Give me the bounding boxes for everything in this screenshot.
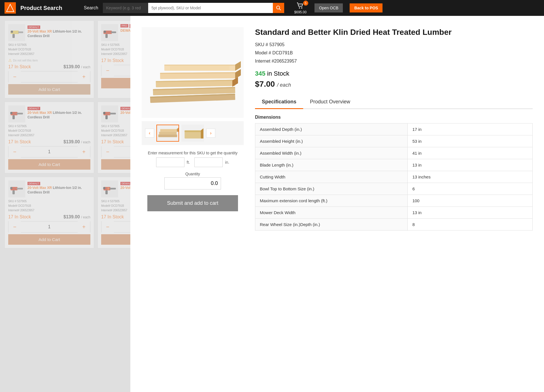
svg-rect-29 [105,190,108,194]
main-container: DEWALT 20-Volt Max XR Lithium-Ion 1/2 in… [0,16,544,392]
add-to-cart-button[interactable]: Add to Cart [101,159,130,170]
cart-price: $695.00 [294,10,307,14]
quantity-control: − + [101,221,130,233]
product-warning: ⚠ Do not sell this item [8,58,90,63]
search-label: Search [84,5,98,10]
product-name: 20-Volt Max 1/2 in. Co [120,186,130,190]
ft-unit: ft. [187,157,190,167]
spec-row: Maximum extension cord length (ft.)100 [255,195,533,206]
spec-name: Mower Deck Width [255,206,408,218]
svg-rect-12 [111,31,116,33]
product-image [8,180,25,197]
product-images: ‹ [142,27,244,381]
spec-name: Bowl Top to Bottom Size (in.) [255,183,408,195]
search-input[interactable] [148,3,273,13]
svg-rect-24 [17,188,23,189]
qty-input[interactable] [21,224,78,229]
tab-specifications[interactable]: Specifications [255,95,303,109]
thumbnail-1[interactable] [156,125,179,142]
open-ocb-button[interactable]: Open OCB [314,3,343,12]
qty-input[interactable] [21,149,78,154]
home-depot-logo [5,2,16,14]
svg-point-6 [301,7,302,8]
spec-row: Cutting Width13 inches [255,171,533,183]
submit-add-to-cart-button[interactable]: Submit and add to cart [147,195,238,211]
header: Product Search Search 5 $695.00 Open OCB… [0,0,544,16]
carousel-next-button[interactable]: › [206,129,215,138]
stock-status: 17 In Stock [8,139,31,144]
add-to-cart-button[interactable]: Add to Cart [101,234,130,245]
feet-input[interactable] [156,157,184,167]
product-price: $139.00 / each [63,214,90,220]
product-image [101,105,118,122]
thumbnail-2[interactable] [181,125,204,142]
svg-rect-54 [185,131,201,132]
tab-product-overview[interactable]: Product Overview [303,95,357,109]
qty-minus-button[interactable]: − [101,65,114,76]
cart-area[interactable]: 5 $695.00 [294,2,307,14]
product-image [8,24,25,41]
stock-info: 345 in Stock [255,70,533,77]
add-to-cart-button[interactable]: Add to Cart [101,78,130,88]
svg-rect-20 [110,113,116,114]
qty-input[interactable] [114,149,130,154]
spec-value: 13 inches [408,171,533,183]
qty-minus-button[interactable]: − [101,221,114,233]
quantity-control: − + [101,146,130,157]
list-item: DEWALT 20-Volt Max 1/2 in. Co SKU # 5379… [97,102,130,173]
search-button[interactable] [273,3,284,13]
spec-name: Blade Length (in.) [255,159,408,171]
add-to-cart-button[interactable]: Add to Cart [8,234,90,245]
svg-point-10 [11,31,13,33]
product-meta: SKU # 537905Model# DCD791BInternet# 2065… [101,43,130,56]
spec-row: Assembled Width (in.)41 in [255,147,533,159]
svg-rect-25 [12,190,15,194]
spec-row: Blade Length (in.)13 in [255,159,533,171]
list-item: DEWALT 20-Volt Max XR Lithium-Ion 1/2 in… [5,177,94,248]
svg-line-4 [279,9,281,10]
back-to-pos-button[interactable]: Back to POS [350,3,382,12]
product-image [101,24,118,41]
product-info-panel: Standard and Better Klin Dried Heat Trea… [255,27,533,381]
spec-value: 100 [408,195,533,206]
add-to-cart-button[interactable]: Add to Cart [8,84,90,95]
qty-plus-button[interactable]: + [78,221,90,233]
qty-minus-button[interactable]: − [8,71,21,82]
quantity-input[interactable] [164,177,221,189]
qty-plus-button[interactable]: + [78,71,90,82]
svg-rect-13 [105,34,108,38]
qty-minus-button[interactable]: − [8,221,21,233]
product-name: DEWALT 20-Volt Max 1/2 in. Co [120,29,130,33]
qty-plus-button[interactable]: + [78,146,90,157]
qty-minus-button[interactable]: − [8,146,21,157]
qty-minus-button[interactable]: − [101,146,114,157]
quantity-control: − + [8,221,90,233]
inches-input[interactable] [194,157,223,167]
product-brand: DEWALT [120,182,130,185]
svg-rect-28 [110,188,116,189]
quantity-label: Quantity [142,172,244,176]
keyword-input[interactable] [103,3,148,13]
dimensions-title: Dimensions [255,115,533,120]
qty-input[interactable] [21,74,78,79]
svg-rect-31 [108,188,109,190]
warning-icon: ⚠ [8,58,12,63]
product-brand: DEWALT [120,107,130,110]
product-name: 20-Volt Max 1/2 in. Co [120,111,130,115]
spec-name: Assembled Depth (in.) [255,123,408,135]
svg-point-5 [299,7,300,8]
spec-name: Assembled Height (in.) [255,135,408,147]
search-area [103,3,284,13]
thumbnail-carousel: ‹ [142,121,244,145]
qty-input[interactable] [114,68,130,73]
quantity-control: − + [8,146,90,157]
product-sku: SKU # 537905 Model # DCD791B Internet #2… [255,41,533,65]
product-image [101,180,118,197]
qty-input[interactable] [114,224,130,229]
svg-marker-55 [201,128,204,139]
stock-label: in Stock [267,70,289,77]
spec-value: 13 in [408,206,533,218]
svg-rect-21 [105,115,108,119]
carousel-prev-button[interactable]: ‹ [145,129,154,138]
add-to-cart-button[interactable]: Add to Cart [8,159,90,170]
